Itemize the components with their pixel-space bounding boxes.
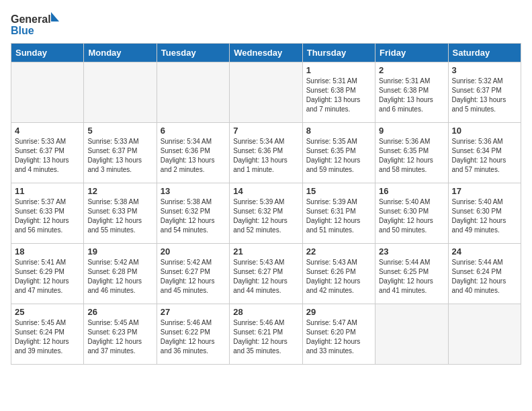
day-number: 15 (306, 186, 371, 196)
day-number: 7 (233, 126, 298, 136)
day-info: Sunrise: 5:45 AM Sunset: 6:24 PM Dayligh… (15, 318, 80, 356)
calendar-cell: 2Sunrise: 5:31 AM Sunset: 6:38 PM Daylig… (375, 62, 448, 123)
logo-svg: GeneralBlue (11, 11, 64, 38)
day-info: Sunrise: 5:33 AM Sunset: 6:37 PM Dayligh… (87, 137, 152, 175)
day-info: Sunrise: 5:47 AM Sunset: 6:20 PM Dayligh… (306, 318, 371, 356)
calendar-cell: 6Sunrise: 5:34 AM Sunset: 6:36 PM Daylig… (157, 123, 229, 183)
calendar-header-row: SundayMondayTuesdayWednesdayThursdayFrid… (11, 44, 521, 62)
calendar-cell: 12Sunrise: 5:38 AM Sunset: 6:33 PM Dayli… (84, 183, 157, 244)
calendar-cell: 15Sunrise: 5:39 AM Sunset: 6:31 PM Dayli… (302, 183, 375, 244)
day-number: 3 (452, 65, 517, 75)
day-info: Sunrise: 5:46 AM Sunset: 6:21 PM Dayligh… (233, 318, 298, 356)
day-number: 10 (452, 126, 517, 136)
calendar-cell: 9Sunrise: 5:36 AM Sunset: 6:35 PM Daylig… (375, 123, 448, 183)
week-row-1: 1Sunrise: 5:31 AM Sunset: 6:38 PM Daylig… (11, 62, 521, 123)
col-header-monday: Monday (84, 44, 157, 62)
calendar-cell: 1Sunrise: 5:31 AM Sunset: 6:38 PM Daylig… (302, 62, 375, 123)
calendar-cell: 7Sunrise: 5:34 AM Sunset: 6:36 PM Daylig… (230, 123, 302, 183)
day-number: 5 (87, 126, 152, 136)
calendar-cell: 22Sunrise: 5:43 AM Sunset: 6:26 PM Dayli… (302, 244, 375, 304)
day-info: Sunrise: 5:45 AM Sunset: 6:23 PM Dayligh… (87, 318, 152, 356)
calendar-cell: 21Sunrise: 5:43 AM Sunset: 6:27 PM Dayli… (230, 244, 302, 304)
calendar-cell: 16Sunrise: 5:40 AM Sunset: 6:30 PM Dayli… (375, 183, 448, 244)
day-number: 27 (161, 307, 226, 317)
day-info: Sunrise: 5:33 AM Sunset: 6:37 PM Dayligh… (15, 137, 80, 175)
col-header-thursday: Thursday (302, 44, 375, 62)
day-number: 26 (87, 307, 152, 317)
day-info: Sunrise: 5:44 AM Sunset: 6:24 PM Dayligh… (452, 258, 517, 295)
day-number: 24 (452, 246, 517, 257)
header: GeneralBlue (11, 11, 521, 38)
day-info: Sunrise: 5:39 AM Sunset: 6:31 PM Dayligh… (306, 197, 371, 235)
day-number: 13 (161, 186, 226, 196)
day-number: 4 (15, 126, 80, 136)
day-info: Sunrise: 5:43 AM Sunset: 6:27 PM Dayligh… (233, 258, 298, 295)
day-info: Sunrise: 5:42 AM Sunset: 6:27 PM Dayligh… (161, 258, 226, 295)
calendar-cell (230, 62, 302, 123)
day-info: Sunrise: 5:34 AM Sunset: 6:36 PM Dayligh… (233, 137, 298, 175)
col-header-sunday: Sunday (11, 44, 84, 62)
day-info: Sunrise: 5:37 AM Sunset: 6:33 PM Dayligh… (15, 197, 80, 235)
day-info: Sunrise: 5:40 AM Sunset: 6:30 PM Dayligh… (452, 197, 517, 235)
col-header-friday: Friday (375, 44, 448, 62)
day-number: 21 (233, 246, 298, 257)
day-info: Sunrise: 5:35 AM Sunset: 6:35 PM Dayligh… (306, 137, 371, 175)
day-info: Sunrise: 5:39 AM Sunset: 6:32 PM Dayligh… (233, 197, 298, 235)
svg-text:Blue: Blue (11, 25, 34, 36)
calendar-cell: 25Sunrise: 5:45 AM Sunset: 6:24 PM Dayli… (11, 304, 84, 365)
calendar-cell: 28Sunrise: 5:46 AM Sunset: 6:21 PM Dayli… (230, 304, 302, 365)
day-info: Sunrise: 5:44 AM Sunset: 6:25 PM Dayligh… (379, 258, 444, 295)
week-row-2: 4Sunrise: 5:33 AM Sunset: 6:37 PM Daylig… (11, 123, 521, 183)
day-number: 28 (233, 307, 298, 317)
day-info: Sunrise: 5:31 AM Sunset: 6:38 PM Dayligh… (379, 77, 444, 114)
day-info: Sunrise: 5:40 AM Sunset: 6:30 PM Dayligh… (379, 197, 444, 235)
calendar-cell: 24Sunrise: 5:44 AM Sunset: 6:24 PM Dayli… (448, 244, 521, 304)
day-number: 12 (87, 186, 152, 196)
calendar-cell: 29Sunrise: 5:47 AM Sunset: 6:20 PM Dayli… (302, 304, 375, 365)
week-row-5: 25Sunrise: 5:45 AM Sunset: 6:24 PM Dayli… (11, 304, 521, 365)
svg-text:General: General (11, 13, 51, 25)
calendar-cell (448, 304, 521, 365)
day-info: Sunrise: 5:38 AM Sunset: 6:32 PM Dayligh… (161, 197, 226, 235)
day-number: 29 (306, 307, 371, 317)
calendar-cell: 10Sunrise: 5:36 AM Sunset: 6:34 PM Dayli… (448, 123, 521, 183)
day-info: Sunrise: 5:43 AM Sunset: 6:26 PM Dayligh… (306, 258, 371, 295)
day-number: 9 (379, 126, 444, 136)
day-info: Sunrise: 5:38 AM Sunset: 6:33 PM Dayligh… (87, 197, 152, 235)
calendar-cell: 19Sunrise: 5:42 AM Sunset: 6:28 PM Dayli… (84, 244, 157, 304)
day-number: 14 (233, 186, 298, 196)
calendar-cell: 4Sunrise: 5:33 AM Sunset: 6:37 PM Daylig… (11, 123, 84, 183)
calendar-cell: 26Sunrise: 5:45 AM Sunset: 6:23 PM Dayli… (84, 304, 157, 365)
week-row-3: 11Sunrise: 5:37 AM Sunset: 6:33 PM Dayli… (11, 183, 521, 244)
day-number: 1 (306, 65, 371, 75)
calendar-cell (11, 62, 84, 123)
calendar-cell (157, 62, 229, 123)
calendar-cell: 27Sunrise: 5:46 AM Sunset: 6:22 PM Dayli… (157, 304, 229, 365)
calendar-cell: 11Sunrise: 5:37 AM Sunset: 6:33 PM Dayli… (11, 183, 84, 244)
day-info: Sunrise: 5:41 AM Sunset: 6:29 PM Dayligh… (15, 258, 80, 295)
calendar-cell: 20Sunrise: 5:42 AM Sunset: 6:27 PM Dayli… (157, 244, 229, 304)
day-info: Sunrise: 5:32 AM Sunset: 6:37 PM Dayligh… (452, 77, 517, 114)
day-number: 2 (379, 65, 444, 75)
week-row-4: 18Sunrise: 5:41 AM Sunset: 6:29 PM Dayli… (11, 244, 521, 304)
col-header-wednesday: Wednesday (230, 44, 302, 62)
day-info: Sunrise: 5:36 AM Sunset: 6:34 PM Dayligh… (452, 137, 517, 175)
day-info: Sunrise: 5:46 AM Sunset: 6:22 PM Dayligh… (161, 318, 226, 356)
calendar-table: SundayMondayTuesdayWednesdayThursdayFrid… (11, 43, 521, 365)
day-number: 17 (452, 186, 517, 196)
day-number: 8 (306, 126, 371, 136)
day-info: Sunrise: 5:34 AM Sunset: 6:36 PM Dayligh… (161, 137, 226, 175)
calendar-cell: 23Sunrise: 5:44 AM Sunset: 6:25 PM Dayli… (375, 244, 448, 304)
day-info: Sunrise: 5:42 AM Sunset: 6:28 PM Dayligh… (87, 258, 152, 295)
logo: GeneralBlue (11, 11, 64, 38)
calendar-cell: 5Sunrise: 5:33 AM Sunset: 6:37 PM Daylig… (84, 123, 157, 183)
day-info: Sunrise: 5:36 AM Sunset: 6:35 PM Dayligh… (379, 137, 444, 175)
day-number: 11 (15, 186, 80, 196)
calendar-cell: 18Sunrise: 5:41 AM Sunset: 6:29 PM Dayli… (11, 244, 84, 304)
col-header-saturday: Saturday (448, 44, 521, 62)
calendar-cell (375, 304, 448, 365)
day-info: Sunrise: 5:31 AM Sunset: 6:38 PM Dayligh… (306, 77, 371, 114)
calendar-cell: 14Sunrise: 5:39 AM Sunset: 6:32 PM Dayli… (230, 183, 302, 244)
svg-marker-2 (51, 12, 59, 21)
calendar-cell: 3Sunrise: 5:32 AM Sunset: 6:37 PM Daylig… (448, 62, 521, 123)
